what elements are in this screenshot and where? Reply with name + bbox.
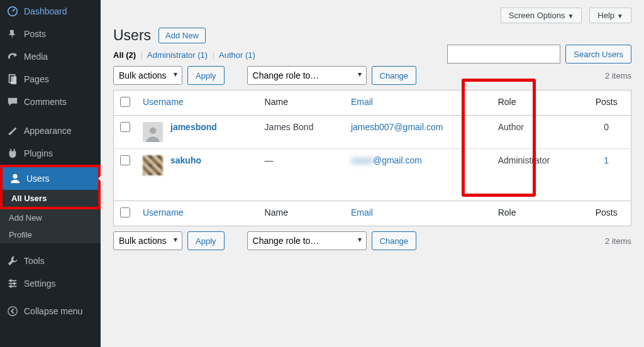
sidebar-item-pages[interactable]: Pages bbox=[0, 68, 101, 91]
col-username[interactable]: Username bbox=[136, 201, 258, 226]
table-row: jamesbond James Bond jamesb007@gmail.com… bbox=[114, 116, 631, 149]
col-name: Name bbox=[258, 201, 345, 226]
plugins-icon bbox=[6, 147, 19, 160]
brush-icon bbox=[6, 124, 19, 137]
screen-options-button[interactable]: Screen Options▼ bbox=[501, 8, 582, 23]
change-button-bottom[interactable]: Change bbox=[372, 231, 417, 250]
sidebar-item-users[interactable]: Users bbox=[3, 167, 98, 190]
users-submenu-rest: Add New Profile bbox=[0, 209, 101, 243]
collapse-label: Collapse menu bbox=[24, 306, 82, 316]
svg-rect-7 bbox=[10, 279, 11, 282]
svg-rect-8 bbox=[14, 282, 15, 285]
avatar bbox=[143, 122, 163, 142]
change-role-select[interactable]: Change role to… bbox=[247, 66, 367, 85]
chevron-down-icon: ▼ bbox=[567, 13, 574, 19]
svg-point-3 bbox=[13, 174, 17, 179]
apply-button-bottom[interactable]: Apply bbox=[187, 231, 225, 250]
submenu-all-users[interactable]: All Users bbox=[3, 190, 98, 207]
sidebar-label: Media bbox=[24, 52, 48, 62]
col-email[interactable]: Email bbox=[345, 201, 492, 226]
sidebar-label: Pages bbox=[24, 74, 49, 84]
sidebar-item-appearance[interactable]: Appearance bbox=[0, 119, 101, 142]
col-posts: Posts bbox=[582, 91, 631, 116]
apply-button-top[interactable]: Apply bbox=[187, 66, 225, 85]
help-button[interactable]: Help▼ bbox=[589, 8, 631, 23]
col-name: Name bbox=[258, 91, 345, 116]
pages-icon bbox=[6, 73, 19, 85]
svg-rect-5 bbox=[9, 283, 17, 284]
select-all-checkbox-top[interactable] bbox=[120, 97, 130, 107]
sidebar-item-comments[interactable]: Comments bbox=[0, 91, 101, 113]
select-all-checkbox-bottom[interactable] bbox=[120, 207, 130, 218]
users-submenu: All Users bbox=[3, 190, 98, 207]
cell-role: Author bbox=[492, 116, 582, 149]
sidebar-label: Comments bbox=[24, 97, 67, 107]
filter-all[interactable]: All (2) bbox=[113, 50, 136, 60]
tools-icon bbox=[6, 255, 19, 267]
collapse-menu[interactable]: Collapse menu bbox=[0, 300, 101, 322]
col-role: Role bbox=[492, 91, 582, 116]
filter-administrator[interactable]: Administrator (1) bbox=[147, 50, 208, 60]
search-input[interactable] bbox=[447, 45, 560, 63]
change-role-select-bottom[interactable]: Change role to… bbox=[247, 231, 367, 250]
page-title: Users bbox=[113, 27, 151, 44]
table-row: sakuho — xxxxx@gmail.com Administrator 1 bbox=[114, 149, 631, 201]
bulk-actions-select-bottom[interactable]: Bulk actions bbox=[113, 231, 182, 250]
sidebar-item-tools[interactable]: Tools bbox=[0, 250, 101, 272]
add-new-button[interactable]: Add New bbox=[158, 28, 206, 43]
bulk-actions-select[interactable]: Bulk actions bbox=[113, 66, 182, 85]
collapse-icon bbox=[6, 305, 19, 317]
sidebar-item-posts[interactable]: Posts bbox=[0, 23, 101, 45]
sidebar-item-settings[interactable]: Settings bbox=[0, 272, 101, 295]
col-username[interactable]: Username bbox=[136, 91, 258, 116]
settings-icon bbox=[6, 277, 19, 290]
cell-posts: 0 bbox=[582, 116, 631, 149]
svg-point-11 bbox=[150, 127, 157, 134]
svg-point-10 bbox=[8, 307, 17, 316]
sidebar-item-plugins[interactable]: Plugins bbox=[0, 142, 101, 165]
users-table: Username Name Email Role Posts jamesbond… bbox=[113, 90, 631, 226]
search-users-button[interactable]: Search Users bbox=[565, 45, 631, 63]
cell-name: — bbox=[258, 149, 345, 201]
submenu-add-new[interactable]: Add New bbox=[0, 209, 101, 226]
username-link[interactable]: jamesbond bbox=[170, 122, 217, 132]
avatar bbox=[143, 155, 163, 175]
col-email[interactable]: Email bbox=[345, 91, 492, 116]
row-checkbox[interactable] bbox=[120, 155, 130, 165]
main-content: Screen Options▼ Help▼ Users Add New All … bbox=[101, 0, 644, 347]
chevron-down-icon: ▼ bbox=[617, 13, 623, 19]
sidebar-label: Plugins bbox=[24, 148, 53, 158]
svg-rect-9 bbox=[10, 285, 11, 288]
svg-rect-6 bbox=[9, 286, 17, 287]
dashboard-icon bbox=[6, 5, 19, 18]
col-role: Role bbox=[492, 201, 582, 226]
filter-author[interactable]: Author (1) bbox=[219, 50, 255, 60]
cell-name: James Bond bbox=[258, 116, 345, 149]
media-icon bbox=[6, 50, 19, 63]
sidebar-label: Dashboard bbox=[24, 6, 67, 16]
items-count-bottom: 2 items bbox=[605, 236, 631, 246]
sidebar-item-dashboard[interactable]: Dashboard bbox=[0, 0, 101, 23]
username-link[interactable]: sakuho bbox=[170, 155, 201, 165]
sidebar-label: Appearance bbox=[24, 126, 72, 136]
svg-rect-2 bbox=[11, 77, 16, 85]
change-button-top[interactable]: Change bbox=[372, 66, 417, 85]
cell-role: Administrator bbox=[492, 149, 582, 201]
col-posts: Posts bbox=[582, 201, 631, 226]
items-count-top: 2 items bbox=[605, 71, 631, 80]
sidebar-label: Users bbox=[26, 174, 50, 184]
sidebar-item-media[interactable]: Media bbox=[0, 45, 101, 68]
email-link[interactable]: xxxxx@gmail.com bbox=[351, 155, 422, 165]
sidebar-label: Tools bbox=[24, 256, 45, 266]
svg-rect-4 bbox=[9, 280, 17, 282]
email-link[interactable]: jamesb007@gmail.com bbox=[351, 122, 443, 132]
row-checkbox[interactable] bbox=[120, 122, 130, 132]
admin-sidebar: Dashboard Posts Media Pages Comments App… bbox=[0, 0, 101, 347]
users-icon bbox=[9, 172, 21, 185]
pin-icon bbox=[6, 28, 19, 40]
sidebar-label: Settings bbox=[24, 278, 56, 289]
comments-icon bbox=[6, 96, 19, 108]
posts-link[interactable]: 1 bbox=[604, 155, 609, 165]
submenu-profile[interactable]: Profile bbox=[0, 226, 101, 243]
sidebar-label: Posts bbox=[24, 29, 46, 39]
